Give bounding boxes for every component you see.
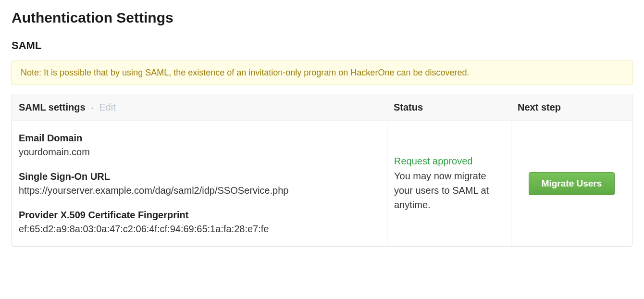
header-saml-settings: SAML settings · Edit xyxy=(12,94,387,121)
header-next-step: Next step xyxy=(511,94,632,121)
field-email-domain: Email Domain yourdomain.com xyxy=(19,133,380,158)
header-settings-label: SAML settings xyxy=(19,102,86,112)
sso-url-value: https://yourserver.example.com/dag/saml2… xyxy=(19,185,380,196)
saml-settings-table: SAML settings · Edit Status Next step Em… xyxy=(12,94,632,247)
header-separator: · xyxy=(91,102,94,112)
cert-fingerprint-value: ef:65:d2:a9:8a:03:0a:47:c2:06:4f:cf:94:6… xyxy=(19,224,380,235)
sso-url-label: Single Sign-On URL xyxy=(19,171,380,182)
status-description: You may now migrate your users to SAML a… xyxy=(394,169,504,212)
field-cert-fingerprint: Provider X.509 Certificate Fingerprint e… xyxy=(19,210,380,235)
next-step-cell: Migrate Users xyxy=(511,121,632,246)
status-approved-text: Request approved xyxy=(394,156,504,167)
migrate-users-button[interactable]: Migrate Users xyxy=(529,172,615,195)
email-domain-value: yourdomain.com xyxy=(19,147,380,158)
email-domain-label: Email Domain xyxy=(19,133,380,144)
table-header-row: SAML settings · Edit Status Next step xyxy=(12,94,632,121)
page-title: Authentication Settings xyxy=(12,10,632,26)
cert-fingerprint-label: Provider X.509 Certificate Fingerprint xyxy=(19,210,380,221)
status-cell: Request approved You may now migrate you… xyxy=(387,121,511,246)
header-status: Status xyxy=(387,94,511,121)
table-body-row: Email Domain yourdomain.com Single Sign-… xyxy=(12,121,632,246)
notice-banner: Note: It is possible that by using SAML,… xyxy=(12,61,632,85)
settings-cell: Email Domain yourdomain.com Single Sign-… xyxy=(12,121,387,246)
field-sso-url: Single Sign-On URL https://yourserver.ex… xyxy=(19,171,380,196)
edit-link[interactable]: Edit xyxy=(99,102,115,112)
section-title: SAML xyxy=(12,39,632,52)
